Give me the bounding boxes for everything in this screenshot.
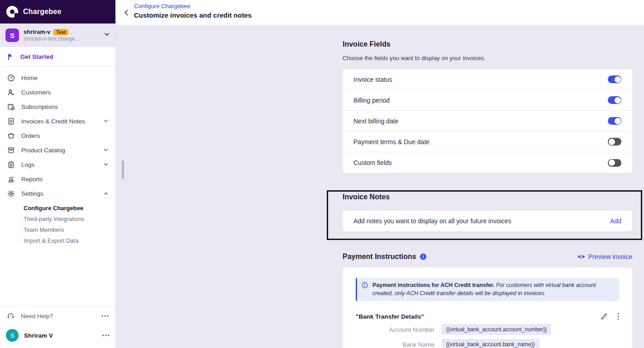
sidebar-item-invoices[interactable]: Invoices & Credit Notes [0,114,115,128]
sidebar-item-logs[interactable]: Logs [0,157,115,172]
payment-instructions-header: Payment Instructions i Preview invoice [343,253,632,260]
nav-label: Invoices & Credit Notes [21,118,85,125]
eye-icon [577,254,585,259]
chargebee-logo-icon [6,6,18,18]
site-avatar: S [5,28,19,42]
toggle-label: Next billing date [353,118,399,125]
nav-label: Logs [21,161,34,168]
sidebar-spacer [0,246,115,306]
payment-terms-toggle[interactable] [608,138,621,146]
user-menu[interactable]: S Shriram V [0,325,115,345]
bank-transfer-header: "Bank Transfer Details" [356,313,619,320]
kebab-menu-icon[interactable] [617,313,619,320]
ach-info-banner: Payment instructions for ACH Credit tran… [356,278,619,301]
sidebar-item-team-members[interactable]: Team Members [0,224,115,235]
ellipsis-icon[interactable] [102,334,110,336]
toggle-label: Invoice status [353,76,392,83]
field-label: Account Number [356,326,442,333]
nav-label: Orders [21,132,40,139]
sidebar-item-import-export-data[interactable]: Import & Export Data [0,235,115,246]
info-circle-icon [362,282,368,297]
brand-header: Chargebee [0,0,115,24]
add-notes-button[interactable]: Add [610,217,621,225]
scrollbar-thumb[interactable] [122,160,124,179]
merge-var-chip: {{virtual_bank_account.bank_name}} [442,339,539,348]
preview-invoice-button[interactable]: Preview invoice [577,253,632,260]
topbar: Configure Chargebee Customize invoices a… [116,0,644,25]
invoice-notes-text: Add notes you want to display on all you… [353,217,511,225]
banner-bold-text: Payment instructions for ACH Credit tran… [372,282,495,288]
toggle-row-invoice-status: Invoice status [343,69,632,90]
sidebar-item-third-party-integrations[interactable]: Third-party Integrations [0,213,115,224]
toggle-row-custom-fields: Custom fields [343,152,632,173]
chevron-down-icon [103,147,109,153]
preview-invoice-label: Preview invoice [588,253,632,260]
sidebar-item-subscriptions[interactable]: Subscriptions [0,99,115,114]
logs-icon [7,160,15,169]
sidebar-item-customers[interactable]: Customers [0,85,115,99]
payment-instructions-card: Payment instructions for ACH Credit tran… [343,268,632,348]
sidebar-bottom: Need Help? S Shriram V [0,306,115,348]
field-row-bank-name: Bank Name {{virtual_bank_account.bank_na… [356,339,619,348]
page-title: Customize invoices and credit notes [134,11,252,19]
bank-transfer-title: "Bank Transfer Details" [356,313,424,320]
invoice-fields-title: Invoice Fields [343,40,632,48]
invoice-notes-card: Add notes you want to display on all you… [343,211,632,231]
account-switcher[interactable]: S shriram-v Test shriram-v-test.charge..… [0,24,115,47]
custom-fields-toggle[interactable] [608,159,621,167]
invoice-fields-subtitle: Choose the fields you want to display on… [343,55,632,61]
chevron-down-icon [103,162,109,167]
sidebar-nav: Home Customers Subscriptions Invoices & … [0,67,115,246]
invoice-status-toggle[interactable] [608,75,621,83]
sidebar-item-orders[interactable]: Orders [0,128,115,143]
sidebar-item-configure-chargebee[interactable]: Configure Chargebee [0,202,115,213]
nav-label: Subscriptions [21,103,58,110]
main-content: Invoice Fields Choose the fields you wan… [116,25,644,348]
nav-label: Reports [21,176,43,183]
edit-pencil-icon[interactable] [601,313,607,320]
test-badge: Test [53,29,68,35]
merge-var-chip: {{virtual_bank_account.account_number}} [442,324,551,335]
reports-icon [7,175,15,183]
sidebar-item-get-started[interactable]: Get Started [0,47,115,67]
info-icon[interactable]: i [420,254,426,260]
sidebar-item-home[interactable]: Home [0,71,115,85]
billing-period-toggle[interactable] [608,96,621,104]
chevron-down-icon [103,118,109,124]
user-name: Shriram V [24,332,53,339]
field-label: Bank Name [356,341,442,348]
sidebar-item-product-catalog[interactable]: Product Catalog [0,143,115,157]
nav-label: Settings [21,190,43,197]
user-avatar: S [6,329,19,342]
payment-instructions-title: Payment Instructions [343,253,416,260]
ellipsis-icon[interactable] [101,315,109,317]
settings-subnav: Configure Chargebee Third-party Integrat… [0,201,115,246]
orders-icon [7,132,15,140]
settings-column: Invoice Fields Choose the fields you wan… [343,25,632,348]
gauge-icon [7,74,15,82]
nav-label: Customers [21,89,51,96]
site-name: shriram-v [24,28,50,35]
toggle-label: Payment terms & Due date [353,138,429,146]
need-help-item[interactable]: Need Help? [0,306,115,325]
toggle-label: Custom fields [353,159,392,166]
next-billing-date-toggle[interactable] [608,117,621,125]
customers-icon [7,88,15,96]
sidebar-item-reports[interactable]: Reports [0,172,115,186]
field-row-account-number: Account Number {{virtual_bank_account.ac… [356,324,619,335]
site-domain: shriram-v-test.charge... [24,36,79,42]
get-started-label: Get Started [20,53,53,60]
back-chevron-icon[interactable] [121,7,130,18]
subscriptions-icon [7,103,15,111]
chevron-up-icon [103,191,109,196]
settings-icon [7,189,15,198]
invoice-icon [7,117,15,125]
toggle-row-next-billing-date: Next billing date [343,111,632,132]
catalog-icon [7,146,15,154]
sidebar-item-settings[interactable]: Settings [0,186,115,201]
brand-name: Chargebee [23,8,62,16]
flag-icon [7,53,14,61]
headset-icon [7,312,14,320]
sidebar: Chargebee S shriram-v Test shriram-v-tes… [0,0,116,348]
breadcrumb[interactable]: Configure Chargebee [134,3,190,9]
